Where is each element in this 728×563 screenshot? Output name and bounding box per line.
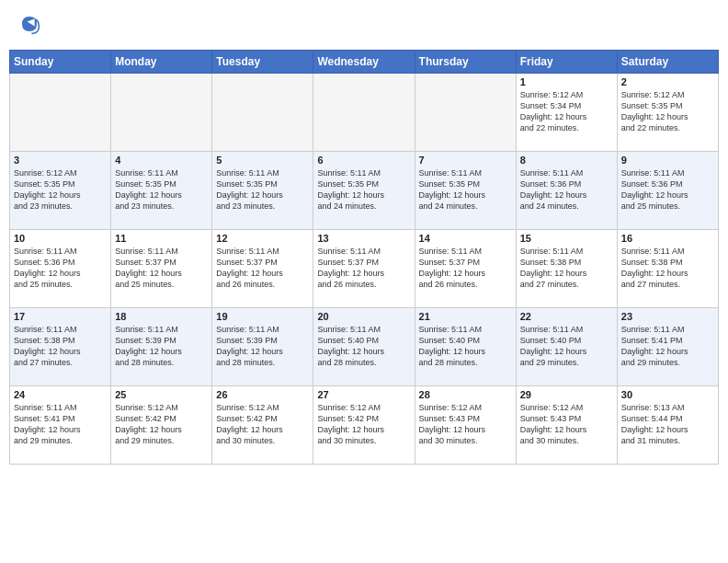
- day-info: Sunrise: 5:11 AMSunset: 5:35 PMDaylight:…: [216, 167, 309, 213]
- day-number: 14: [419, 233, 512, 244]
- weekday-header-row: SundayMondayTuesdayWednesdayThursdayFrid…: [10, 51, 719, 74]
- day-number: 23: [621, 311, 714, 322]
- day-number: 24: [14, 389, 107, 400]
- day-info: Sunrise: 5:11 AMSunset: 5:36 PMDaylight:…: [621, 167, 714, 213]
- weekday-header-friday: Friday: [516, 51, 617, 74]
- calendar-cell: 3Sunrise: 5:12 AMSunset: 5:35 PMDaylight…: [10, 152, 111, 230]
- day-info: Sunrise: 5:11 AMSunset: 5:40 PMDaylight:…: [317, 324, 410, 369]
- day-number: 10: [14, 233, 107, 244]
- calendar-cell: 23Sunrise: 5:11 AMSunset: 5:41 PMDayligh…: [617, 308, 718, 386]
- day-info: Sunrise: 5:11 AMSunset: 5:37 PMDaylight:…: [216, 246, 309, 291]
- weekday-header-sunday: Sunday: [10, 51, 111, 74]
- week-row-4: 17Sunrise: 5:11 AMSunset: 5:38 PMDayligh…: [10, 308, 719, 386]
- calendar-cell: 12Sunrise: 5:11 AMSunset: 5:37 PMDayligh…: [212, 230, 313, 308]
- day-info: Sunrise: 5:12 AMSunset: 5:43 PMDaylight:…: [419, 402, 512, 447]
- day-number: 4: [115, 155, 208, 166]
- logo: [17, 13, 42, 39]
- calendar-cell: 26Sunrise: 5:12 AMSunset: 5:42 PMDayligh…: [212, 386, 313, 465]
- calendar-cell: 7Sunrise: 5:11 AMSunset: 5:35 PMDaylight…: [415, 152, 516, 230]
- calendar-cell: 19Sunrise: 5:11 AMSunset: 5:39 PMDayligh…: [212, 308, 313, 386]
- calendar-cell: 29Sunrise: 5:12 AMSunset: 5:43 PMDayligh…: [516, 386, 617, 465]
- day-info: Sunrise: 5:11 AMSunset: 5:35 PMDaylight:…: [419, 167, 512, 213]
- calendar-cell: 2Sunrise: 5:12 AMSunset: 5:35 PMDaylight…: [617, 74, 718, 152]
- day-number: 2: [621, 76, 714, 87]
- day-info: Sunrise: 5:11 AMSunset: 5:37 PMDaylight:…: [419, 246, 512, 291]
- day-info: Sunrise: 5:12 AMSunset: 5:34 PMDaylight:…: [520, 89, 613, 134]
- calendar-cell: 11Sunrise: 5:11 AMSunset: 5:37 PMDayligh…: [111, 230, 212, 308]
- day-number: 30: [621, 389, 714, 400]
- calendar-cell: 22Sunrise: 5:11 AMSunset: 5:40 PMDayligh…: [516, 308, 617, 386]
- day-info: Sunrise: 5:11 AMSunset: 5:38 PMDaylight:…: [520, 246, 613, 291]
- day-number: 3: [14, 155, 107, 166]
- calendar-cell: 28Sunrise: 5:12 AMSunset: 5:43 PMDayligh…: [415, 386, 516, 465]
- day-info: Sunrise: 5:11 AMSunset: 5:41 PMDaylight:…: [14, 402, 107, 447]
- calendar-cell: 30Sunrise: 5:13 AMSunset: 5:44 PMDayligh…: [617, 386, 718, 465]
- day-info: Sunrise: 5:12 AMSunset: 5:42 PMDaylight:…: [216, 402, 309, 447]
- day-info: Sunrise: 5:11 AMSunset: 5:35 PMDaylight:…: [317, 167, 410, 213]
- day-number: 15: [520, 233, 613, 244]
- calendar-cell: [111, 74, 212, 152]
- day-number: 9: [621, 155, 714, 166]
- weekday-header-monday: Monday: [111, 51, 212, 74]
- calendar-cell: 17Sunrise: 5:11 AMSunset: 5:38 PMDayligh…: [10, 308, 111, 386]
- calendar-cell: [10, 74, 111, 152]
- day-info: Sunrise: 5:11 AMSunset: 5:36 PMDaylight:…: [14, 246, 107, 291]
- weekday-header-tuesday: Tuesday: [212, 51, 313, 74]
- calendar-cell: 15Sunrise: 5:11 AMSunset: 5:38 PMDayligh…: [516, 230, 617, 308]
- day-number: 21: [419, 311, 512, 322]
- day-number: 17: [14, 311, 107, 322]
- calendar-cell: 27Sunrise: 5:12 AMSunset: 5:42 PMDayligh…: [313, 386, 415, 465]
- calendar-cell: [212, 74, 313, 152]
- calendar-cell: 16Sunrise: 5:11 AMSunset: 5:38 PMDayligh…: [617, 230, 718, 308]
- day-info: Sunrise: 5:11 AMSunset: 5:38 PMDaylight:…: [14, 324, 107, 369]
- day-info: Sunrise: 5:11 AMSunset: 5:37 PMDaylight:…: [115, 246, 208, 291]
- day-info: Sunrise: 5:11 AMSunset: 5:38 PMDaylight:…: [621, 246, 714, 291]
- day-info: Sunrise: 5:12 AMSunset: 5:42 PMDaylight:…: [115, 402, 208, 447]
- day-number: 11: [115, 233, 208, 244]
- weekday-header-thursday: Thursday: [415, 51, 516, 74]
- calendar-cell: 20Sunrise: 5:11 AMSunset: 5:40 PMDayligh…: [313, 308, 415, 386]
- day-info: Sunrise: 5:11 AMSunset: 5:35 PMDaylight:…: [115, 167, 208, 213]
- day-number: 5: [216, 155, 309, 166]
- day-number: 7: [419, 155, 512, 166]
- weekday-header-saturday: Saturday: [617, 51, 718, 74]
- week-row-3: 10Sunrise: 5:11 AMSunset: 5:36 PMDayligh…: [10, 230, 719, 308]
- day-number: 12: [216, 233, 309, 244]
- day-number: 22: [520, 311, 613, 322]
- day-number: 19: [216, 311, 309, 322]
- logo-icon: [18, 13, 40, 35]
- day-info: Sunrise: 5:12 AMSunset: 5:42 PMDaylight:…: [317, 402, 410, 447]
- calendar-cell: 24Sunrise: 5:11 AMSunset: 5:41 PMDayligh…: [10, 386, 111, 465]
- week-row-1: 1Sunrise: 5:12 AMSunset: 5:34 PMDaylight…: [10, 74, 719, 152]
- page-header: [9, 9, 719, 42]
- day-info: Sunrise: 5:11 AMSunset: 5:36 PMDaylight:…: [520, 167, 613, 213]
- day-number: 27: [317, 389, 410, 400]
- day-info: Sunrise: 5:11 AMSunset: 5:39 PMDaylight:…: [115, 324, 208, 369]
- day-info: Sunrise: 5:12 AMSunset: 5:43 PMDaylight:…: [520, 402, 613, 447]
- calendar-cell: 8Sunrise: 5:11 AMSunset: 5:36 PMDaylight…: [516, 152, 617, 230]
- calendar-cell: 10Sunrise: 5:11 AMSunset: 5:36 PMDayligh…: [10, 230, 111, 308]
- calendar-cell: 13Sunrise: 5:11 AMSunset: 5:37 PMDayligh…: [313, 230, 415, 308]
- day-info: Sunrise: 5:11 AMSunset: 5:40 PMDaylight:…: [419, 324, 512, 369]
- day-number: 29: [520, 389, 613, 400]
- day-info: Sunrise: 5:11 AMSunset: 5:41 PMDaylight:…: [621, 324, 714, 369]
- calendar-cell: 4Sunrise: 5:11 AMSunset: 5:35 PMDaylight…: [111, 152, 212, 230]
- calendar-cell: 5Sunrise: 5:11 AMSunset: 5:35 PMDaylight…: [212, 152, 313, 230]
- day-number: 6: [317, 155, 410, 166]
- day-info: Sunrise: 5:11 AMSunset: 5:37 PMDaylight:…: [317, 246, 410, 291]
- week-row-2: 3Sunrise: 5:12 AMSunset: 5:35 PMDaylight…: [10, 152, 719, 230]
- day-number: 20: [317, 311, 410, 322]
- day-info: Sunrise: 5:11 AMSunset: 5:39 PMDaylight:…: [216, 324, 309, 369]
- day-number: 28: [419, 389, 512, 400]
- day-info: Sunrise: 5:13 AMSunset: 5:44 PMDaylight:…: [621, 402, 714, 447]
- calendar-cell: 9Sunrise: 5:11 AMSunset: 5:36 PMDaylight…: [617, 152, 718, 230]
- day-number: 8: [520, 155, 613, 166]
- calendar-cell: 14Sunrise: 5:11 AMSunset: 5:37 PMDayligh…: [415, 230, 516, 308]
- calendar-cell: 25Sunrise: 5:12 AMSunset: 5:42 PMDayligh…: [111, 386, 212, 465]
- calendar-cell: 6Sunrise: 5:11 AMSunset: 5:35 PMDaylight…: [313, 152, 415, 230]
- calendar-cell: [415, 74, 516, 152]
- calendar-cell: [313, 74, 415, 152]
- day-number: 18: [115, 311, 208, 322]
- calendar-cell: 18Sunrise: 5:11 AMSunset: 5:39 PMDayligh…: [111, 308, 212, 386]
- day-info: Sunrise: 5:11 AMSunset: 5:40 PMDaylight:…: [520, 324, 613, 369]
